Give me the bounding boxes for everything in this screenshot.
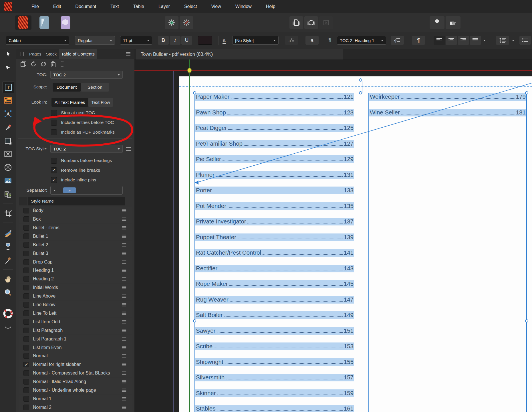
menu-item[interactable]: View	[204, 0, 228, 13]
style-row[interactable]: Heading 2	[19, 275, 132, 283]
checkbox[interactable]	[23, 259, 29, 265]
checkbox[interactable]	[23, 251, 29, 256]
align-justify-button[interactable]	[470, 36, 481, 45]
checkbox[interactable]	[51, 177, 57, 183]
toc-entry[interactable]: Peat Digger 125	[195, 124, 354, 132]
checkbox[interactable]	[23, 242, 29, 248]
character-style-select[interactable]: [No Style]	[232, 36, 279, 45]
separator-input[interactable]: »	[50, 186, 123, 195]
style-row-menu-icon[interactable]	[122, 304, 126, 305]
style-row[interactable]: Normal 2	[19, 403, 132, 411]
toc-entry[interactable]: Pet/Familiar Shop 127	[195, 140, 354, 148]
toc-style-select[interactable]: TOC 2	[50, 145, 123, 153]
menu-item[interactable]: Edit	[46, 0, 68, 13]
style-row[interactable]: Heading 1	[19, 266, 132, 275]
frame-handle-top-left[interactable]	[193, 91, 196, 94]
checkbox[interactable]	[23, 225, 29, 231]
look-in-text-flow-button[interactable]: Text Flow	[88, 98, 113, 107]
style-row[interactable]: Normal - Italic Read Along	[19, 378, 132, 386]
font-color-swatch[interactable]	[198, 36, 212, 45]
toc-entry[interactable]: Paper Maker 121	[195, 93, 354, 101]
crop-tool-button[interactable]	[2, 208, 14, 219]
style-row-menu-icon[interactable]	[122, 253, 126, 254]
underline-style-control[interactable]: a	[223, 37, 226, 44]
checkbox[interactable]	[23, 396, 29, 402]
panel-collapse-icon[interactable]	[21, 52, 24, 56]
toc-entry[interactable]: Pawn Shop 123	[195, 109, 354, 116]
toc-entry[interactable]: Salt Boiler 149	[195, 311, 354, 319]
style-row[interactable]: Normal - Compressed for Stat BLocks	[19, 369, 132, 377]
node-tool-button[interactable]	[2, 62, 14, 73]
tab-stock[interactable]: Stock	[44, 49, 59, 59]
leading-button[interactable]	[496, 36, 509, 45]
insert-text-cursor-icon[interactable]	[59, 61, 65, 68]
toc-entry[interactable]: Rug Weaver 147	[195, 296, 354, 304]
align-left-button[interactable]	[434, 36, 445, 45]
style-row-menu-icon[interactable]	[122, 236, 126, 237]
style-row[interactable]: Line To Left	[19, 309, 132, 318]
style-row-menu-icon[interactable]	[122, 219, 126, 219]
apply-paragraph-style-button[interactable]: ¶	[391, 36, 404, 45]
paragraph-style-select[interactable]: TOC 2: Heading 1	[337, 36, 386, 45]
style-row[interactable]: Bullet 1	[19, 232, 132, 241]
style-row[interactable]: List Paragraph	[19, 326, 132, 334]
menu-item[interactable]: File	[24, 0, 46, 13]
style-row-menu-icon[interactable]	[122, 279, 126, 279]
style-row-menu-icon[interactable]	[122, 262, 126, 262]
toc-select[interactable]: TOC 2	[50, 71, 123, 79]
designer-persona-button[interactable]	[36, 15, 53, 30]
style-row[interactable]: Normal - Underline whole page	[19, 386, 132, 395]
menu-item[interactable]: Table	[126, 0, 151, 13]
toc-entry[interactable]: Rat Catcher/Pest Control 141	[195, 249, 354, 257]
font-size-select[interactable]: 11 pt	[120, 36, 152, 45]
style-row-menu-icon[interactable]	[122, 287, 126, 288]
underline-button[interactable]: U	[181, 36, 192, 45]
toc-entry[interactable]: Silversmith 157	[195, 374, 354, 381]
photo-persona-button[interactable]	[57, 15, 74, 30]
artistic-text-tool-button[interactable]: A	[2, 108, 14, 120]
toc-entry[interactable]: Weirkeeper 179	[369, 93, 526, 101]
text-wrap-circle-button[interactable]	[304, 16, 318, 29]
pin-button[interactable]	[430, 16, 444, 29]
pen-tool-button[interactable]	[2, 122, 14, 133]
checkbox[interactable]	[51, 129, 57, 135]
zoom-tool-button[interactable]	[2, 287, 14, 298]
column-guide-green[interactable]	[189, 60, 190, 412]
text-flow-arrow-icon[interactable]	[195, 181, 198, 185]
checkbox[interactable]	[23, 233, 29, 239]
checkbox[interactable]	[23, 276, 29, 282]
style-row[interactable]: Bullet - items	[19, 224, 132, 232]
style-row[interactable]: Box	[19, 215, 132, 223]
guide-origin-handle[interactable]	[187, 68, 192, 73]
frame-text-tool-button[interactable]: T	[2, 81, 14, 93]
style-row-menu-icon[interactable]	[122, 339, 126, 339]
checkbox[interactable]	[23, 208, 29, 213]
toc-column-left[interactable]: Paper Maker 121 Pawn Shop 123 Peat Digge…	[195, 93, 354, 412]
scope-section-button[interactable]: Section	[81, 83, 109, 92]
checkbox[interactable]	[23, 379, 29, 385]
toc-style-menu-icon[interactable]	[126, 149, 131, 149]
document-tab[interactable]: Town Builder - pdf version (83.4%)	[136, 49, 343, 60]
menu-item[interactable]: Window	[228, 0, 259, 13]
bullet-list-button[interactable]	[519, 36, 531, 45]
frame-handle-top-right[interactable]	[525, 91, 528, 94]
toc-entry[interactable]: Shipwright 155	[195, 358, 354, 366]
checkbox[interactable]	[23, 302, 29, 308]
style-row[interactable]: Line Below	[19, 301, 132, 309]
apply-character-style-button[interactable]: a	[285, 36, 298, 45]
affinity-publisher-logo-icon[interactable]	[4, 2, 12, 11]
style-row[interactable]: Normal for right sidebar	[19, 360, 132, 369]
italic-button[interactable]: I	[170, 36, 180, 45]
checkbox[interactable]	[23, 216, 29, 222]
style-row-menu-icon[interactable]	[122, 322, 126, 322]
checkbox[interactable]	[51, 110, 57, 116]
checkbox[interactable]	[23, 293, 29, 299]
checkbox[interactable]	[51, 167, 57, 173]
toc-entry[interactable]: Puppet Theater 139	[195, 233, 354, 241]
checkbox[interactable]	[23, 353, 29, 359]
show-character-button[interactable]: a	[305, 36, 319, 45]
rectangle-tool-button[interactable]	[2, 135, 14, 147]
menu-item[interactable]: Help	[259, 0, 283, 13]
style-row[interactable]: List Item Odd	[19, 318, 132, 326]
style-row-menu-icon[interactable]	[122, 296, 126, 296]
